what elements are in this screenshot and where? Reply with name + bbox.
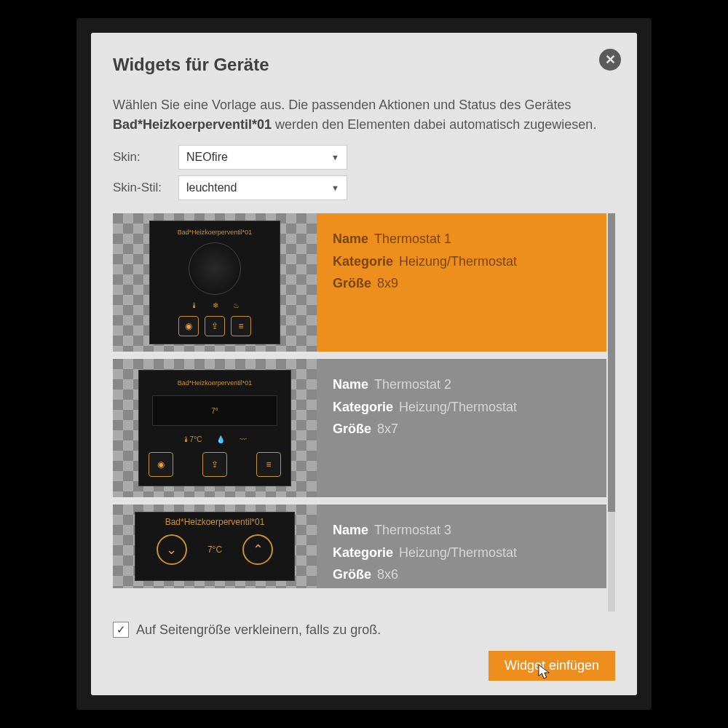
template-info: NameThermostat 1 KategorieHeizung/Thermo… bbox=[317, 213, 606, 352]
preview-button-icon: ⇪ bbox=[202, 452, 227, 477]
preview-title: Bad*Heizkoerperventil*01 bbox=[178, 379, 253, 387]
size-value: 8x9 bbox=[377, 276, 398, 290]
size-label: Größe bbox=[333, 422, 371, 436]
category-value: Heizung/Thermostat bbox=[399, 545, 517, 560]
name-label: Name bbox=[333, 523, 368, 537]
dialog-title: Widgets für Geräte bbox=[113, 55, 615, 75]
up-icon: ⌃ bbox=[242, 534, 273, 565]
category-label: Kategorie bbox=[333, 545, 393, 560]
scrollbar-thumb[interactable] bbox=[608, 213, 615, 512]
size-value: 8x6 bbox=[377, 567, 398, 582]
preview-icon-row: 🌡7°C💧〰 bbox=[183, 435, 248, 443]
template-info: NameThermostat 2 KategorieHeizung/Thermo… bbox=[317, 359, 606, 497]
template-item[interactable]: Bad*Heizkoerperventil*01 7° 🌡7°C💧〰 ◉ ⇪ ≡… bbox=[113, 359, 606, 497]
template-preview: Bad*Heizkoerperventil*01 🌡❄♨ ◉ ⇪ ≡ bbox=[113, 213, 317, 352]
preview-temp: 7°C bbox=[207, 545, 222, 555]
category-value: Heizung/Thermostat bbox=[399, 254, 517, 269]
template-list: Bad*Heizkoerperventil*01 🌡❄♨ ◉ ⇪ ≡ NameT… bbox=[113, 213, 606, 612]
preview-button-icon: ◉ bbox=[149, 452, 173, 477]
shrink-checkbox[interactable]: ✓ bbox=[113, 622, 129, 638]
shrink-label: Auf Seitengröße verkleinern, falls zu gr… bbox=[136, 622, 381, 638]
template-preview: Bad*Heizkoerperventil*01 ⌄ 7°C ⌃ bbox=[113, 505, 317, 588]
template-preview: Bad*Heizkoerperventil*01 7° 🌡7°C💧〰 ◉ ⇪ ≡ bbox=[113, 359, 317, 497]
name-value: Thermostat 3 bbox=[374, 523, 451, 537]
skin-style-label: Skin-Stil: bbox=[113, 181, 178, 195]
preview-button-icon: ⇪ bbox=[205, 316, 225, 336]
preview-icon-row: 🌡❄♨ bbox=[191, 301, 240, 309]
skin-label: Skin: bbox=[113, 150, 178, 165]
down-icon: ⌄ bbox=[157, 534, 187, 565]
skin-style-select[interactable]: leuchtend ▼ bbox=[178, 175, 347, 200]
preview-display: 7° bbox=[152, 395, 277, 426]
template-info: NameThermostat 3 KategorieHeizung/Thermo… bbox=[317, 505, 606, 588]
skin-select[interactable]: NEOfire ▼ bbox=[178, 145, 347, 170]
check-icon: ✓ bbox=[116, 623, 126, 636]
name-label: Name bbox=[333, 232, 368, 246]
preview-title: Bad*Heizkoerperventil*01 bbox=[178, 229, 253, 236]
insert-widget-label: Widget einfügen bbox=[505, 658, 599, 673]
skin-style-value: leuchtend bbox=[186, 181, 237, 194]
close-button[interactable]: ✕ bbox=[599, 49, 621, 71]
chevron-down-icon: ▼ bbox=[331, 183, 339, 192]
category-label: Kategorie bbox=[333, 400, 393, 414]
preview-button-icon: ≡ bbox=[256, 452, 281, 477]
category-label: Kategorie bbox=[333, 254, 393, 269]
size-label: Größe bbox=[333, 567, 371, 582]
preview-button-icon: ≡ bbox=[231, 316, 251, 336]
preview-title: Bad*Heizkoerperventil*01 bbox=[165, 517, 265, 527]
close-icon: ✕ bbox=[605, 52, 616, 68]
scrollbar[interactable] bbox=[608, 213, 615, 612]
name-label: Name bbox=[333, 377, 368, 392]
name-value: Thermostat 2 bbox=[374, 377, 451, 392]
dial-icon bbox=[189, 242, 241, 295]
category-value: Heizung/Thermostat bbox=[399, 400, 517, 414]
insert-widget-button[interactable]: Widget einfügen bbox=[488, 651, 615, 681]
preview-button-icon: ◉ bbox=[178, 316, 199, 336]
template-item[interactable]: Bad*Heizkoerperventil*01 🌡❄♨ ◉ ⇪ ≡ NameT… bbox=[113, 213, 606, 352]
template-item[interactable]: Bad*Heizkoerperventil*01 ⌄ 7°C ⌃ NameThe… bbox=[113, 505, 606, 588]
size-label: Größe bbox=[333, 276, 371, 290]
intro-text: Wählen Sie eine Vorlage aus. Die passend… bbox=[113, 95, 615, 135]
size-value: 8x7 bbox=[377, 422, 398, 436]
name-value: Thermostat 1 bbox=[374, 232, 451, 246]
device-name: Bad*Heizkoerperventil*01 bbox=[113, 117, 272, 132]
intro-pre: Wählen Sie eine Vorlage aus. Die passend… bbox=[113, 98, 571, 112]
intro-post: werden den Elementen dabei automatisch z… bbox=[272, 117, 596, 132]
widget-dialog: Widgets für Geräte ✕ Wählen Sie eine Vor… bbox=[91, 33, 637, 695]
skin-value: NEOfire bbox=[186, 151, 228, 164]
chevron-down-icon: ▼ bbox=[331, 153, 339, 162]
